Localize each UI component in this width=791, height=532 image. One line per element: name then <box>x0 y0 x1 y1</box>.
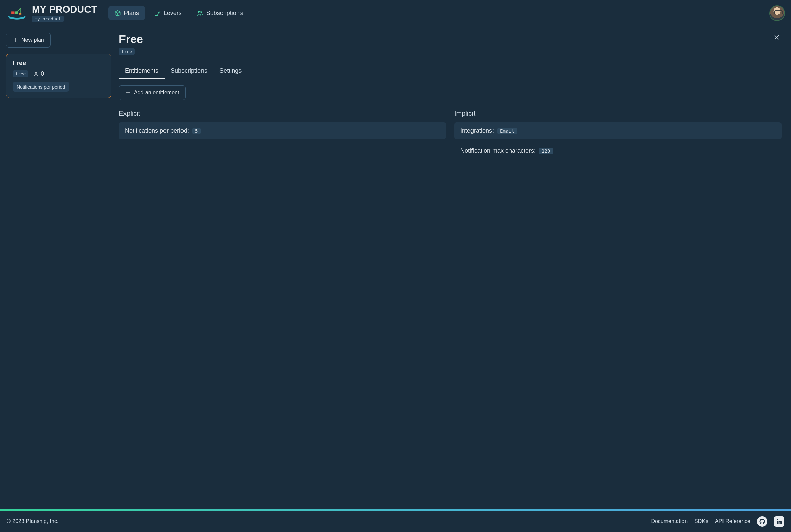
entitlement-label: Notifications per period: <box>125 127 189 134</box>
sidebar: New plan Free free 0 Notifications per p… <box>6 33 111 503</box>
entitlement-value: 5 <box>192 128 200 134</box>
levers-icon <box>154 10 161 17</box>
explicit-heading: Explicit <box>119 110 140 118</box>
plan-card-free[interactable]: Free free 0 Notifications per period <box>6 54 111 98</box>
tab-subscriptions[interactable]: Subscriptions <box>165 63 213 79</box>
linkedin-icon <box>776 518 782 525</box>
nav-levers-label: Levers <box>163 10 182 17</box>
implicit-section: Implicit Integrations: Email Notificatio… <box>454 110 782 163</box>
top-nav: Plans Levers Subscriptions <box>108 6 249 20</box>
footer-copyright: © 2023 Planship, Inc. <box>7 518 58 525</box>
new-plan-label: New plan <box>21 37 44 43</box>
entitlement-row[interactable]: Notification max characters: 120 <box>454 142 782 159</box>
svg-point-9 <box>35 72 37 74</box>
box-icon <box>114 10 121 17</box>
footer-link-api[interactable]: API Reference <box>715 518 750 525</box>
svg-point-5 <box>198 11 200 13</box>
plan-entitlement-chip: Notifications per period <box>13 82 69 92</box>
implicit-heading: Implicit <box>454 110 475 118</box>
add-entitlement-button[interactable]: Add an entitlement <box>119 85 186 100</box>
product-name: MY PRODUCT <box>32 4 97 15</box>
footer-link-docs[interactable]: Documentation <box>651 518 688 525</box>
plan-user-count-value: 0 <box>41 70 44 77</box>
svg-point-6 <box>201 11 202 12</box>
linkedin-link[interactable] <box>774 516 784 527</box>
entitlement-row[interactable]: Notifications per period: 5 <box>119 122 446 139</box>
explicit-section: Explicit Notifications per period: 5 <box>119 110 446 163</box>
users-icon <box>197 10 204 17</box>
entitlement-label: Notification max characters: <box>460 147 536 154</box>
add-entitlement-label: Add an entitlement <box>134 90 179 96</box>
app-logo <box>6 6 28 21</box>
page-slug: free <box>119 48 135 55</box>
svg-rect-0 <box>11 11 14 14</box>
user-avatar[interactable] <box>769 5 785 21</box>
entitlement-row[interactable]: Integrations: Email <box>454 122 782 139</box>
tab-entitlements[interactable]: Entitlements <box>119 63 165 79</box>
entitlement-value: 120 <box>539 148 553 154</box>
plan-card-title: Free <box>13 59 105 67</box>
user-icon <box>33 71 39 77</box>
plan-card-slug: free <box>13 70 28 77</box>
nav-subscriptions-label: Subscriptions <box>206 10 243 17</box>
page-title: Free <box>119 33 143 46</box>
nav-levers[interactable]: Levers <box>148 6 188 20</box>
nav-plans-label: Plans <box>124 10 139 17</box>
footer-link-sdks[interactable]: SDKs <box>694 518 708 525</box>
nav-plans[interactable]: Plans <box>108 6 145 20</box>
github-icon <box>759 518 765 525</box>
product-block: MY PRODUCT my-product <box>32 4 97 22</box>
app-header: MY PRODUCT my-product Plans Levers Subsc… <box>0 0 791 26</box>
close-button[interactable] <box>772 33 782 42</box>
main-panel: Free free Entitlements Subscriptions Set… <box>119 33 785 503</box>
entitlement-label: Integrations: <box>460 127 494 134</box>
footer: © 2023 Planship, Inc. Documentation SDKs… <box>0 511 791 532</box>
entitlement-value: Email <box>497 128 517 134</box>
new-plan-button[interactable]: New plan <box>6 33 51 48</box>
svg-line-4 <box>16 8 21 12</box>
plus-icon <box>13 37 18 43</box>
tabs: Entitlements Subscriptions Settings <box>119 63 782 79</box>
footer-links: Documentation SDKs API Reference <box>651 516 784 527</box>
close-icon <box>773 34 780 41</box>
product-slug: my-product <box>32 16 64 22</box>
tab-settings[interactable]: Settings <box>213 63 248 79</box>
plus-icon <box>125 90 131 95</box>
plan-user-count: 0 <box>33 70 44 77</box>
nav-subscriptions[interactable]: Subscriptions <box>191 6 249 20</box>
github-link[interactable] <box>757 516 767 527</box>
